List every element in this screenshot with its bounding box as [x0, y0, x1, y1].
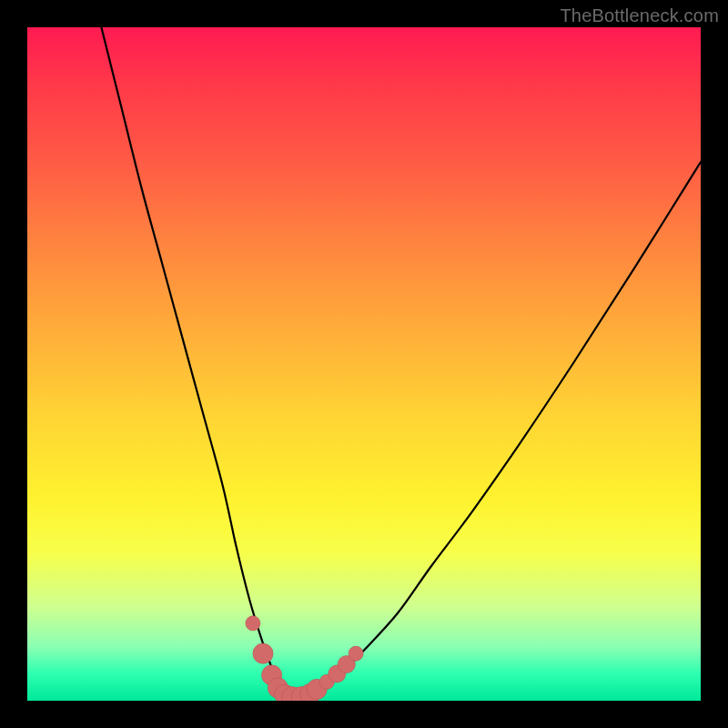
curve-marker [246, 616, 260, 631]
curve-marker [253, 643, 273, 663]
bottleneck-curve [101, 27, 701, 696]
chart-frame: TheBottleneck.com [0, 0, 728, 728]
chart-svg [27, 27, 701, 701]
curve-marker [349, 646, 363, 661]
watermark-label: TheBottleneck.com [560, 5, 719, 26]
marker-group [246, 616, 363, 701]
